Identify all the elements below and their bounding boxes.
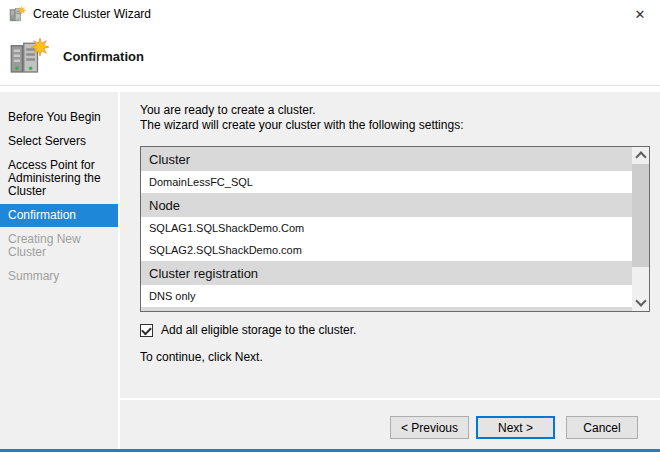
sidebar-item-summary[interactable]: Summary (0, 265, 118, 288)
wizard-page-header: Confirmation (0, 28, 660, 86)
next-button[interactable]: Next > (476, 416, 555, 439)
cancel-button[interactable]: Cancel (566, 416, 638, 439)
chevron-down-icon (635, 295, 646, 306)
settings-section-header: Cluster registration (141, 261, 632, 285)
settings-value-row: SQLAG1.SQLShackDemo.Com (141, 217, 632, 239)
settings-value-row: SQLAG2.SQLShackDemo.com (141, 239, 632, 261)
add-storage-label[interactable]: Add all eligible storage to the cluster. (161, 323, 356, 337)
settings-report-list: ClusterDomainLessFC_SQLNodeSQLAG1.SQLSha… (140, 146, 650, 312)
settings-next-section-sliver (141, 307, 632, 311)
add-storage-row: Add all eligible storage to the cluster. (140, 323, 650, 337)
settings-value-row: DomainLessFC_SQL (141, 171, 632, 193)
settings-section-header: Node (141, 193, 632, 217)
settings-scrollbar[interactable] (632, 147, 649, 311)
checkmark-icon (141, 324, 152, 335)
scrollbar-thumb[interactable] (632, 164, 649, 267)
titlebar: Create Cluster Wizard ✕ (0, 0, 660, 28)
continue-hint: To continue, click Next. (140, 350, 650, 364)
wizard-body: Before You BeginSelect ServersAccess Poi… (0, 92, 660, 449)
sidebar-item-select-servers[interactable]: Select Servers (0, 130, 118, 153)
create-cluster-wizard-window: Create Cluster Wizard ✕ Confirmation Bef… (0, 0, 660, 452)
intro-line-1: You are ready to create a cluster. (140, 103, 650, 118)
wizard-steps: Before You BeginSelect ServersAccess Poi… (0, 92, 118, 449)
intro-line-2: The wizard will create your cluster with… (140, 118, 650, 133)
close-icon[interactable]: ✕ (620, 0, 660, 28)
confirmation-content: You are ready to create a cluster. The w… (120, 92, 660, 398)
chevron-up-icon (635, 151, 646, 162)
footer-buttons: < PreviousNext >Cancel (120, 400, 660, 449)
content-column: You are ready to create a cluster. The w… (120, 92, 660, 449)
previous-button[interactable]: < Previous (390, 416, 469, 439)
add-storage-checkbox[interactable] (140, 324, 153, 337)
settings-rows: ClusterDomainLessFC_SQLNodeSQLAG1.SQLSha… (141, 147, 632, 311)
scroll-up-button[interactable] (632, 147, 649, 164)
settings-value-row: DNS only (141, 285, 632, 307)
page-title: Confirmation (63, 49, 144, 64)
settings-section-header: Cluster (141, 147, 632, 171)
sidebar-item-access-point-for-administering-the-cluster[interactable]: Access Point for Administering the Clust… (0, 154, 118, 203)
sidebar-item-before-you-begin[interactable]: Before You Begin (0, 106, 118, 129)
window-title: Create Cluster Wizard (33, 7, 620, 21)
cluster-wizard-app-icon (9, 6, 26, 23)
sidebar-item-confirmation[interactable]: Confirmation (0, 204, 118, 227)
sidebar-item-creating-new-cluster[interactable]: Creating New Cluster (0, 228, 118, 264)
confirmation-page-icon (10, 35, 50, 79)
scroll-down-button[interactable] (632, 294, 649, 311)
